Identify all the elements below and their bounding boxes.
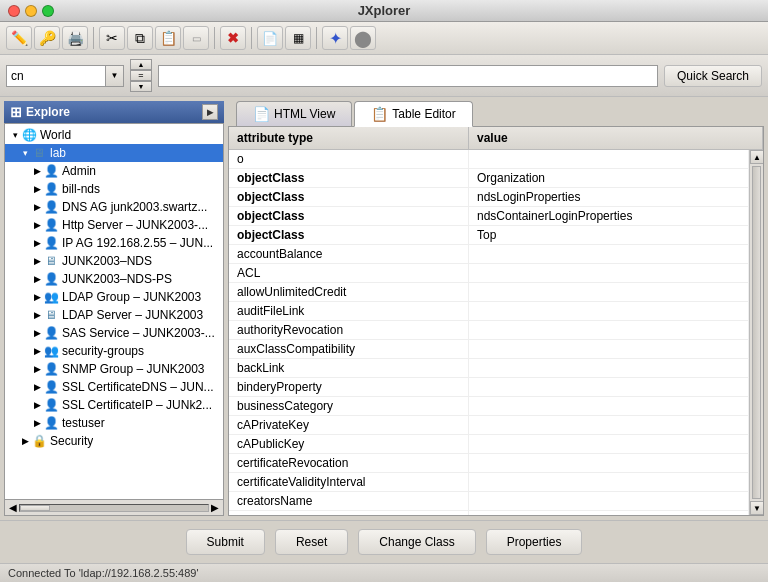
tree-item-snmp[interactable]: ▶ 👤 SNMP Group – JUNK2003 [5,360,223,378]
tree-item-ssl-ip[interactable]: ▶ 👤 SSL CertificateIP – JUNk2... [5,396,223,414]
ldap-group-icon: 👥 [43,289,59,305]
key-icon[interactable]: 🔑 [34,26,60,50]
tree-item-testuser[interactable]: ▶ 👤 testuser [5,414,223,432]
tab-table-editor[interactable]: 📋 Table Editor [354,101,472,127]
window-controls[interactable] [8,5,54,17]
table-row[interactable]: o [229,150,749,169]
quick-search-button[interactable]: Quick Search [664,65,762,87]
table-row[interactable]: auditFileLink [229,302,749,321]
value-cell [469,245,749,263]
cut-icon[interactable]: ✂ [99,26,125,50]
right-panel: 📄 HTML View 📋 Table Editor attribute typ… [228,101,764,516]
explore-label: Explore [26,105,70,119]
value-cell: Organization [469,169,749,187]
scroll-down-icon[interactable]: ▼ [750,501,763,515]
scroll-thumb-v[interactable] [752,166,761,499]
tree-label-http: Http Server – JUNK2003-... [62,218,208,232]
scroll-thumb[interactable] [20,505,50,511]
tree-item-ip-ag[interactable]: ▶ 👤 IP AG 192.168.2.55 – JUN... [5,234,223,252]
html-view-icon: 📄 [253,106,270,122]
delete-icon[interactable]: ✖ [220,26,246,50]
edit-icon[interactable]: ✏️ [6,26,32,50]
cn-input[interactable] [6,65,106,87]
table-row[interactable]: authorityRevocation [229,321,749,340]
main-content: ⊞ Explore ▶ ▾ 🌐 World ▾ 🖥 lab [0,97,768,520]
table-row[interactable]: cAPrivateKey [229,416,749,435]
tree-item-dns-ag[interactable]: ▶ 👤 DNS AG junk2003.swartz... [5,198,223,216]
table-row[interactable]: objectClassndsLoginProperties [229,188,749,207]
scroll-left-icon[interactable]: ◀ [7,502,19,513]
table-row[interactable]: certificateRevocation [229,454,749,473]
tree-item-lab[interactable]: ▾ 🖥 lab [5,144,223,162]
panel-play-button[interactable]: ▶ [202,104,218,120]
tree-item-ldap-server[interactable]: ▶ 🖥 LDAP Server – JUNK2003 [5,306,223,324]
table-row[interactable]: binderyProperty [229,378,749,397]
new-doc-icon[interactable]: 📄 [257,26,283,50]
tree-item-sas[interactable]: ▶ 👤 SAS Service – JUNK2003-... [5,324,223,342]
attr-cell: binderyProperty [229,378,469,396]
table-row[interactable]: allowUnlimitedCredit [229,283,749,302]
explore-panel-header: ⊞ Explore ▶ [4,101,224,123]
tree-item-security[interactable]: ▶ 🔒 Security [5,432,223,450]
cn-dropdown-arrow[interactable]: ▼ [106,65,124,87]
tree-item-ssl-dns[interactable]: ▶ 👤 SSL CertificateDNS – JUN... [5,378,223,396]
submit-button[interactable]: Submit [186,529,265,555]
tree-area: ▾ 🌐 World ▾ 🖥 lab ▶ 👤 Admin ▶ [4,123,224,516]
stop-icon[interactable]: ⬤ [350,26,376,50]
scroll-up-icon[interactable]: ▲ [750,150,763,164]
attr-cell: creatorsName [229,492,469,510]
tree-item-security-groups[interactable]: ▶ 👥 security-groups [5,342,223,360]
tree-item-http[interactable]: ▶ 👤 Http Server – JUNK2003-... [5,216,223,234]
minimize-button[interactable] [25,5,37,17]
paste-icon[interactable]: 📋 [155,26,181,50]
tree-label-sas: SAS Service – JUNK2003-... [62,326,215,340]
attr-cell: accountBalance [229,245,469,263]
expand-arrow-admin: ▶ [31,165,43,177]
grid-icon[interactable]: ✦ [322,26,348,50]
table-icon[interactable]: ▦ [285,26,311,50]
table-row[interactable]: objectClassTop [229,226,749,245]
table-row[interactable]: objectClassOrganization [229,169,749,188]
cn-combo: ▼ [6,65,124,87]
properties-button[interactable]: Properties [486,529,583,555]
attr-cell: authorityRevocation [229,321,469,339]
value-cell [469,264,749,282]
tree-item-bill-nds[interactable]: ▶ 👤 bill-nds [5,180,223,198]
eq-up-icon[interactable]: ▲ [130,59,152,70]
eq-down-icon[interactable]: ▼ [130,81,152,92]
tree-item-ldap-group[interactable]: ▶ 👥 LDAP Group – JUNK2003 [5,288,223,306]
tree-item-junk-nds[interactable]: ▶ 🖥 JUNK2003–NDS [5,252,223,270]
table-row[interactable]: description [229,511,749,515]
copy-icon[interactable]: ⧉ [127,26,153,50]
table-row[interactable]: cAPublicKey [229,435,749,454]
tab-html-view[interactable]: 📄 HTML View [236,101,352,126]
reset-button[interactable]: Reset [275,529,348,555]
title-bar: JXplorer [0,0,768,22]
blank-icon[interactable]: ▭ [183,26,209,50]
maximize-button[interactable] [42,5,54,17]
vertical-scrollbar[interactable]: ▲ ▼ [749,150,763,515]
expand-arrow-security: ▶ [19,435,31,447]
table-row[interactable]: accountBalance [229,245,749,264]
tree-item-admin[interactable]: ▶ 👤 Admin [5,162,223,180]
tree-h-scrollbar[interactable]: ◀ ▶ [5,499,223,515]
table-row[interactable]: certificateValidityInterval [229,473,749,492]
table-row[interactable]: auxClassCompatibility [229,340,749,359]
table-row[interactable]: backLink [229,359,749,378]
change-class-button[interactable]: Change Class [358,529,475,555]
table-row[interactable]: ACL [229,264,749,283]
scroll-right-icon[interactable]: ▶ [209,502,221,513]
attr-cell: cAPublicKey [229,435,469,453]
table-row[interactable]: objectClassndsContainerLoginProperties [229,207,749,226]
tree-item-junk-nds-ps[interactable]: ▶ 👤 JUNK2003–NDS-PS [5,270,223,288]
window-title: JXplorer [358,3,411,18]
table-row[interactable]: creatorsName [229,492,749,511]
table-row[interactable]: businessCategory [229,397,749,416]
tree-item-world[interactable]: ▾ 🌐 World [5,126,223,144]
table-header: attribute type value [229,127,763,150]
junk-nds-ps-icon: 👤 [43,271,59,287]
search-input[interactable] [158,65,658,87]
print-icon[interactable]: 🖨️ [62,26,88,50]
close-button[interactable] [8,5,20,17]
eq-spinner[interactable]: ▲ = ▼ [130,59,152,92]
